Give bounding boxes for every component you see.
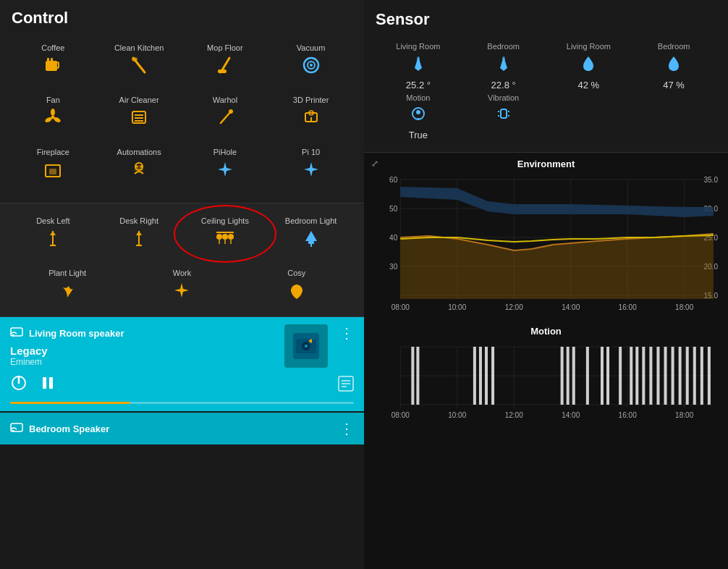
media-title-text: Living Room speaker [29, 328, 124, 339]
media-song: Legacy [10, 345, 48, 357]
control-label-air-cleaner: Air Cleaner [119, 96, 159, 104]
control-item-coffee[interactable]: Coffee [12, 38, 95, 84]
media-card-title: Living Room speaker [10, 326, 124, 341]
pihole-icon [215, 159, 235, 182]
sensor-room-label-2: Bedroom [487, 42, 520, 51]
svg-rect-132 [656, 347, 659, 405]
control-item-pihole[interactable]: PiHole [184, 142, 267, 188]
light-item-bedroom-light[interactable]: Bedroom Light [269, 211, 352, 257]
svg-text:16:00: 16:00 [619, 411, 638, 419]
svg-text:50: 50 [389, 205, 398, 213]
control-title: Control [12, 9, 352, 28]
media-card-living-room: Living Room speaker ⋮ Legacy Eminem [0, 317, 364, 411]
media-progress-bar [10, 402, 354, 404]
svg-rect-119 [485, 347, 488, 405]
control-label-pi10: Pi 10 [302, 148, 320, 156]
svg-rect-125 [601, 347, 604, 405]
control-label-clean-kitchen: Clean Kitchen [114, 43, 164, 52]
svg-text:10:00: 10:00 [448, 303, 467, 311]
svg-rect-70 [502, 56, 505, 68]
pause-button[interactable] [39, 374, 56, 396]
media-controls-row [10, 374, 354, 396]
light-item-desk-right[interactable]: Desk Right [98, 211, 181, 257]
light-section: Desk Left Desk Right Ceiling Lights [0, 203, 364, 316]
left-panel: Control Coffee Clean Kitchen Mop Floor [0, 0, 364, 569]
svg-rect-118 [479, 347, 482, 405]
svg-rect-105 [371, 340, 721, 419]
media-card2-title: Bedroom Speaker [10, 421, 109, 437]
motion-chart: 08:00 10:00 12:00 14:00 16:00 18:00 [371, 340, 721, 419]
automations-icon [129, 159, 149, 182]
media-more-button[interactable]: ⋮ [339, 324, 354, 342]
sensor-room-label-3: Living Room [567, 42, 611, 51]
control-item-air-cleaner[interactable]: Air Cleaner [98, 90, 181, 136]
power-button[interactable] [10, 374, 27, 396]
svg-text:10:00: 10:00 [448, 411, 467, 419]
control-label-fireplace: Fireplace [37, 148, 69, 156]
temp-icon-1 [409, 54, 428, 77]
svg-rect-116 [416, 347, 419, 405]
sensor-room-label-1: Living Room [396, 42, 440, 51]
control-label-3d-printer: 3D Printer [293, 96, 329, 104]
control-item-pi10[interactable]: Pi 10 [269, 142, 352, 188]
control-item-automations[interactable]: Automations [98, 142, 181, 188]
bedroom-light-icon [301, 228, 321, 251]
work-icon [172, 280, 192, 303]
svg-rect-137 [693, 347, 696, 405]
temp-icon-2 [494, 54, 513, 77]
album-art [284, 324, 328, 368]
svg-rect-133 [664, 347, 667, 405]
control-item-3d-printer[interactable]: 3D Printer [269, 90, 352, 136]
cast-icon-2 [10, 421, 23, 437]
light-item-ceiling-lights[interactable]: Ceiling Lights [184, 211, 267, 257]
svg-text:60: 60 [389, 176, 398, 184]
svg-rect-123 [572, 347, 575, 405]
media-progress-fill [10, 402, 130, 404]
light-label-plant-light: Plant Light [48, 269, 86, 277]
svg-rect-134 [672, 347, 674, 405]
light-item-plant-light[interactable]: Plant Light [12, 263, 123, 309]
control-item-fireplace[interactable]: Fireplace [12, 142, 95, 188]
sensor-value-1: 25.2 ° [406, 80, 431, 90]
svg-rect-139 [708, 347, 711, 405]
sensor-title: Sensor [376, 10, 716, 29]
light-item-work[interactable]: Work [126, 263, 237, 309]
ceiling-lights-icon [213, 228, 237, 251]
light-item-cosy[interactable]: Cosy [241, 263, 352, 309]
motion-chart-section: Motion [364, 320, 728, 569]
control-item-vacuum[interactable]: Vacuum [269, 38, 352, 84]
svg-text:18:00: 18:00 [675, 411, 694, 419]
svg-text:16:00: 16:00 [619, 303, 638, 311]
control-item-warhol[interactable]: Warhol [184, 90, 267, 136]
svg-rect-129 [635, 347, 638, 405]
svg-text:08:00: 08:00 [391, 303, 410, 311]
vacuum-icon [301, 55, 321, 78]
svg-point-64 [12, 429, 14, 431]
svg-text:12:00: 12:00 [505, 303, 524, 311]
sensor-living-room-temp: Living Room 25.2 ° Motion True [376, 38, 461, 145]
mop-floor-icon [215, 55, 235, 78]
motion-chart-title: Motion [371, 326, 721, 337]
svg-point-12 [51, 109, 55, 116]
humidity-icon-2 [664, 54, 683, 77]
coffee-icon [43, 55, 63, 78]
control-item-clean-kitchen[interactable]: Clean Kitchen [98, 38, 181, 84]
light-item-desk-left[interactable]: Desk Left [12, 211, 95, 257]
svg-rect-136 [686, 347, 689, 405]
expand-icon[interactable]: ⤢ [371, 159, 378, 169]
light-label-desk-right: Desk Right [119, 216, 158, 225]
svg-point-40 [228, 234, 234, 240]
control-item-mop-floor[interactable]: Mop Floor [184, 38, 267, 84]
control-grid: Coffee Clean Kitchen Mop Floor [12, 38, 352, 188]
svg-rect-71 [501, 109, 507, 118]
environment-chart-title: Environment [371, 159, 721, 169]
svg-rect-126 [606, 347, 609, 405]
fireplace-icon [43, 159, 63, 182]
fan-icon [43, 107, 63, 130]
playlist-button[interactable] [338, 376, 354, 395]
svg-point-54 [305, 345, 308, 347]
svg-rect-2 [47, 58, 49, 62]
control-section: Control Coffee Clean Kitchen Mop Floor [0, 0, 364, 203]
control-item-fan[interactable]: Fan [12, 90, 95, 136]
media2-more-button[interactable]: ⋮ [339, 420, 354, 437]
